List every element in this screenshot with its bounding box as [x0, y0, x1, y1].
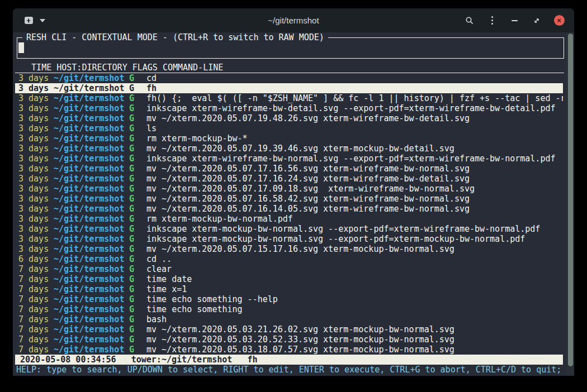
- row-flags: G: [129, 83, 146, 93]
- history-row[interactable]: 7 days~/git/termshotGtime echo something: [15, 304, 563, 314]
- row-flags: G: [129, 133, 146, 144]
- row-host-directory: ~/git/termshot: [54, 304, 129, 314]
- row-flags: G: [129, 123, 146, 133]
- history-row[interactable]: 3 days~/git/termshotGinkscape xterm-mock…: [15, 224, 563, 234]
- row-command: mv ~/xterm.2020.05.07.17.16.24.svg xterm…: [146, 174, 563, 184]
- row-time: 7 days: [18, 304, 54, 314]
- history-row[interactable]: 3 days~/git/termshotGinkscape xterm-wire…: [15, 103, 563, 113]
- row-flags: G: [129, 274, 146, 284]
- row-command: inkscape xterm-mockup-bw-normal.svg --ex…: [146, 224, 563, 234]
- minimize-button[interactable]: [507, 13, 522, 28]
- row-time: 7 days: [18, 274, 54, 284]
- history-row[interactable]: 3 days~/git/termshotGinkscape xterm-mock…: [15, 234, 563, 244]
- close-button[interactable]: ×: [552, 13, 566, 28]
- minimize-icon: [512, 20, 518, 21]
- history-row-selected[interactable]: 3 days~/git/termshotGfh: [15, 83, 563, 93]
- restore-icon: [533, 17, 541, 25]
- history-row[interactable]: 7 days~/git/termshotGmv ~/xterm.2020.05.…: [15, 334, 563, 345]
- history-row[interactable]: 7 days~/git/termshotGtime date: [15, 274, 563, 284]
- row-command: inkscape xterm-mockup-bw-normal.svg --ex…: [146, 234, 563, 244]
- row-host-directory: ~/git/termshot: [54, 314, 129, 324]
- row-host-directory: ~/git/termshot: [54, 154, 129, 164]
- row-command: inkscape xterm-wireframe-bw-normal.svg -…: [146, 154, 563, 164]
- history-row[interactable]: 7 days~/git/termshotGtime echo something…: [15, 294, 563, 304]
- search-panel-title: RESH CLI - CONTEXTUAL MODE - (CTRL+R to …: [22, 32, 328, 42]
- row-command: bash: [146, 314, 563, 324]
- row-time: 3 days: [18, 83, 54, 93]
- row-flags: G: [129, 254, 146, 264]
- terminal-content: RESH CLI - CONTEXTUAL MODE - (CTRL+R to …: [13, 32, 574, 376]
- search-icon: [465, 16, 474, 25]
- row-host-directory: ~/git/termshot: [54, 214, 129, 224]
- search-input[interactable]: RESH CLI - CONTEXTUAL MODE - (CTRL+R to …: [17, 37, 564, 59]
- row-flags: G: [129, 234, 146, 244]
- history-row[interactable]: 3 days~/git/termshotGmv ~/xterm.2020.05.…: [15, 244, 563, 254]
- history-row[interactable]: 7 days~/git/termshotGclear: [15, 264, 563, 274]
- history-row[interactable]: 6 days~/git/termshotGcd ..: [15, 254, 563, 264]
- history-row[interactable]: 3 days~/git/termshotGfh() {; eval $( ([ …: [15, 93, 563, 103]
- text-cursor: [18, 42, 24, 53]
- history-row[interactable]: 3 days~/git/termshotGmv ~/xterm.2020.05.…: [15, 164, 563, 174]
- history-row[interactable]: 7 days~/git/termshotGmv ~/xterm.2020.05.…: [15, 345, 563, 355]
- new-tab-button[interactable]: [23, 16, 34, 26]
- row-command: ls: [146, 123, 563, 133]
- history-row[interactable]: 3 days~/git/termshotGmv ~/xterm.2020.05.…: [15, 113, 563, 123]
- row-host-directory: ~/git/termshot: [54, 234, 129, 244]
- row-host-directory: ~/git/termshot: [54, 144, 129, 154]
- history-row[interactable]: 3 days~/git/termshotGrm xterm-mockup-bw-…: [15, 214, 563, 224]
- row-host-directory: ~/git/termshot: [54, 274, 129, 284]
- row-command: fh: [146, 83, 563, 93]
- row-time: 7 days: [18, 345, 54, 355]
- row-command: clear: [146, 264, 563, 274]
- chevron-down-icon[interactable]: [40, 19, 45, 22]
- history-row[interactable]: 3 days~/git/termshotGmv ~/xterm.2020.05.…: [15, 144, 563, 154]
- history-row[interactable]: 7 days~/git/termshotGbash: [15, 314, 563, 324]
- history-row[interactable]: 3 days~/git/termshotGmv ~/xterm.2020.05.…: [15, 174, 563, 184]
- table-header: TIME HOST:DIRECTORY FLAGS COMMAND-LINE: [15, 63, 564, 73]
- history-row[interactable]: 3 days~/git/termshotGcd: [15, 73, 563, 83]
- close-icon: ×: [554, 15, 565, 26]
- history-row[interactable]: 7 days~/git/termshotGmv ~/xterm.2020.05.…: [15, 324, 563, 334]
- row-command: mv ~/xterm.2020.05.03.18.07.57.svg xterm…: [146, 345, 563, 355]
- row-command: time date: [146, 274, 563, 284]
- status-bar: 2020-05-08 00:34:56 tower:~/git/termshot…: [15, 355, 563, 365]
- restore-button[interactable]: [529, 13, 544, 28]
- history-row[interactable]: 3 days~/git/termshotGinkscape xterm-wire…: [15, 154, 563, 164]
- history-row[interactable]: 3 days~/git/termshotGmv ~/xterm.2020.05.…: [15, 204, 563, 214]
- row-command: mv ~/xterm.2020.05.07.17.16.56.svg xterm…: [146, 164, 563, 174]
- row-flags: G: [129, 164, 146, 174]
- row-flags: G: [129, 113, 146, 123]
- row-flags: G: [129, 103, 146, 113]
- menu-button[interactable]: [485, 13, 499, 28]
- row-time: 3 days: [18, 103, 54, 113]
- titlebar[interactable]: ~/git/termshot ×: [13, 8, 574, 32]
- row-command: mv ~/xterm.2020.05.03.20.52.33.svg xterm…: [146, 334, 563, 345]
- row-command: time echo something --help: [146, 294, 563, 304]
- history-row[interactable]: 3 days~/git/termshotGls: [15, 123, 563, 133]
- row-flags: G: [129, 154, 146, 164]
- history-row[interactable]: 3 days~/git/termshotGmv ~/xterm.2020.05.…: [15, 194, 563, 204]
- row-time: 3 days: [18, 174, 54, 184]
- row-command: time echo something: [146, 304, 563, 314]
- row-flags: G: [129, 204, 146, 214]
- row-host-directory: ~/git/termshot: [54, 345, 129, 355]
- history-row[interactable]: 7 days~/git/termshotGtime x=1: [15, 284, 563, 294]
- row-flags: G: [129, 144, 146, 154]
- history-row[interactable]: 3 days~/git/termshotGrm xterm-mockup-bw-…: [15, 133, 563, 144]
- kebab-menu-icon: [491, 16, 493, 25]
- scrollbar-thumb[interactable]: [568, 34, 573, 366]
- row-time: 3 days: [18, 194, 54, 204]
- row-time: 3 days: [18, 214, 54, 224]
- row-host-directory: ~/git/termshot: [54, 264, 129, 274]
- search-button[interactable]: [462, 13, 477, 28]
- row-host-directory: ~/git/termshot: [54, 123, 129, 133]
- row-time: 3 days: [18, 144, 54, 154]
- row-time: 3 days: [18, 184, 54, 194]
- scrollbar-trough[interactable]: [566, 32, 574, 376]
- row-time: 3 days: [18, 133, 54, 144]
- row-command: mv ~/xterm.2020.05.07.19.48.26.svg xterm…: [146, 113, 563, 123]
- history-row[interactable]: 3 days~/git/termshotGmv ~/xterm.2020.05.…: [15, 184, 563, 194]
- row-host-directory: ~/git/termshot: [54, 194, 129, 204]
- row-host-directory: ~/git/termshot: [54, 334, 129, 345]
- row-command: cd: [146, 73, 563, 83]
